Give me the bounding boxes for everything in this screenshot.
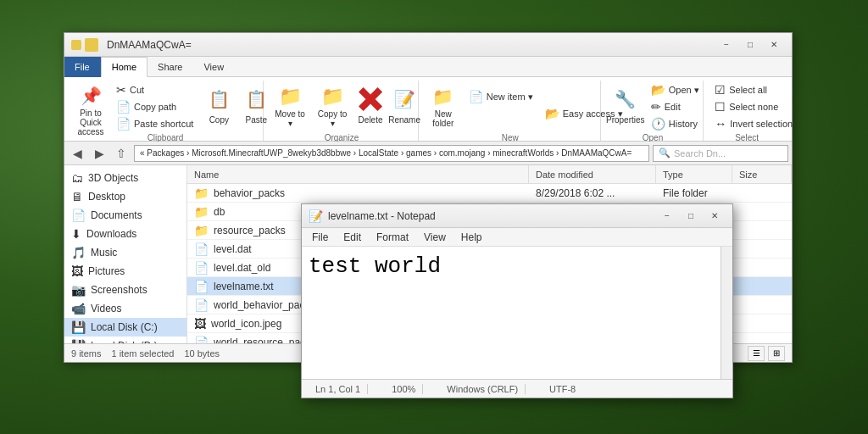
sidebar-item-documents[interactable]: 📄 Documents <box>64 206 186 225</box>
file-dat-old-icon: 📄 <box>194 261 209 275</box>
invert-selection-button[interactable]: ↔ Invert selection <box>710 116 797 131</box>
minimize-button[interactable]: − <box>715 37 737 53</box>
forward-button[interactable]: ▶ <box>90 144 108 163</box>
address-path[interactable]: « Packages › Microsoft.MinecraftUWP_8wek… <box>134 145 649 162</box>
sidebar-item-music[interactable]: 🎵 Music <box>64 243 186 262</box>
grid-view-button[interactable]: ⊞ <box>768 346 785 361</box>
notepad-window: 📝 levelname.txt - Notepad − □ ✕ File Edi… <box>301 203 733 398</box>
documents-icon: 📄 <box>71 209 86 222</box>
tab-home[interactable]: Home <box>101 57 147 77</box>
selected-size: 10 bytes <box>184 348 220 359</box>
copy-path-button[interactable]: 📄 Copy path <box>112 99 198 114</box>
notepad-menu-edit[interactable]: Edit <box>337 230 368 245</box>
sidebar-item-desktop[interactable]: 🖥 Desktop <box>64 187 186 206</box>
file-name: 📁 behavior_packs <box>187 186 529 200</box>
select-all-button[interactable]: ☑ Select all <box>710 82 771 97</box>
edit-button[interactable]: ✏ Edit <box>647 99 704 114</box>
tab-view[interactable]: View <box>193 57 235 77</box>
sidebar-item-3d-objects[interactable]: 🗂 3D Objects <box>64 169 186 187</box>
notepad-status: Ln 1, Col 1 100% Windows (CRLF) UTF-8 <box>302 379 732 398</box>
notepad-scrollbar[interactable] <box>721 247 732 379</box>
cut-button[interactable]: ✂ Cut <box>112 82 198 97</box>
table-row[interactable]: 📁 behavior_packs 8/29/2018 6:02 ... File… <box>187 184 792 203</box>
sidebar-item-videos[interactable]: 📹 Videos <box>64 299 186 318</box>
search-box[interactable]: 🔍 Search Dn... <box>653 145 788 162</box>
downloads-icon: ⬇ <box>71 227 81 241</box>
copy-to-button[interactable]: 📁 Copy to ▾ <box>313 82 352 131</box>
ribbon-content: 📌 Pin to Quickaccess ✂ Cut 📄 Copy path 📄… <box>64 77 792 142</box>
sidebar-item-local-disk-c[interactable]: 💾 Local Disk (C:) <box>64 318 186 337</box>
notepad-controls: − □ ✕ <box>656 209 726 224</box>
new-item-button[interactable]: 📄 New item ▾ <box>465 89 537 104</box>
notepad-menu-help[interactable]: Help <box>454 230 489 245</box>
file-dat-icon: 📄 <box>194 242 209 256</box>
file-date: 8/29/2018 6:02 ... <box>529 187 656 199</box>
delete-button[interactable]: Delete <box>355 82 386 131</box>
sidebar-item-downloads[interactable]: ⬇ Downloads <box>64 225 186 243</box>
sidebar-item-pictures[interactable]: 🖼 Pictures <box>64 262 186 281</box>
invert-icon: ↔ <box>715 117 726 131</box>
pin-icon: 📌 <box>77 86 104 106</box>
music-icon: 🎵 <box>71 246 86 259</box>
open-button[interactable]: 📂 Open ▾ <box>647 82 704 97</box>
col-size-header[interactable]: Size <box>732 165 792 183</box>
file-type: File folder <box>656 187 732 199</box>
file-jpeg-icon: 🖼 <box>194 317 206 331</box>
back-button[interactable]: ◀ <box>68 144 86 163</box>
notepad-titlebar: 📝 levelname.txt - Notepad − □ ✕ <box>302 204 732 228</box>
item-count: 9 items <box>71 348 101 359</box>
pictures-icon: 🖼 <box>71 264 83 278</box>
maximize-button[interactable]: □ <box>739 37 761 53</box>
notepad-menu-file[interactable]: File <box>305 230 335 245</box>
sidebar-item-screenshots[interactable]: 📷 Screenshots <box>64 281 186 299</box>
titlebar-icons <box>71 38 98 52</box>
rename-icon: 📝 <box>391 86 418 113</box>
col-date-header[interactable]: Date modified <box>529 165 656 183</box>
col-type-header[interactable]: Type <box>656 165 732 183</box>
line-endings: Windows (CRLF) <box>440 384 526 394</box>
notepad-content[interactable]: test world <box>302 247 732 379</box>
file-json-icon: 📄 <box>194 298 209 312</box>
cut-icon: ✂ <box>116 83 126 97</box>
tab-file[interactable]: File <box>64 57 101 77</box>
address-bar: ◀ ▶ ⇧ « Packages › Microsoft.MinecraftUW… <box>64 142 792 165</box>
paste-shortcut-icon: 📄 <box>116 117 131 131</box>
notepad-text: test world <box>309 253 726 279</box>
notepad-menu-view[interactable]: View <box>417 230 453 245</box>
notepad-maximize-button[interactable]: □ <box>680 209 702 224</box>
new-folder-button[interactable]: 📁 Newfolder <box>426 82 461 131</box>
properties-button[interactable]: 🔧 Properties <box>608 82 643 131</box>
pin-quick-access-button[interactable]: 📌 Pin to Quickaccess <box>73 82 108 131</box>
easy-access-icon: 📂 <box>545 107 559 120</box>
select-none-button[interactable]: ☐ Select none <box>710 99 782 114</box>
move-to-button[interactable]: 📁 Move to ▾ <box>270 82 309 131</box>
close-button[interactable]: ✕ <box>763 37 785 53</box>
copy-button[interactable]: 📋 Copy <box>201 82 236 131</box>
history-button[interactable]: 🕐 History <box>647 116 704 131</box>
notepad-menu-format[interactable]: Format <box>370 230 415 245</box>
file-txt-icon: 📄 <box>194 280 209 293</box>
3d-objects-icon: 🗂 <box>71 171 83 185</box>
notepad-close-button[interactable]: ✕ <box>704 209 726 224</box>
edit-icon: ✏ <box>651 100 661 114</box>
tab-share[interactable]: Share <box>147 57 193 77</box>
select-group: ☑ Select all ☐ Select none ↔ Invert sele… <box>705 81 788 141</box>
folder-icon <box>85 38 98 52</box>
select-none-icon: ☐ <box>715 100 726 114</box>
col-name-header[interactable]: Name <box>187 165 529 183</box>
up-button[interactable]: ⇧ <box>112 144 131 163</box>
folder-icon: 📁 <box>194 186 209 200</box>
window-controls: − □ ✕ <box>715 37 785 53</box>
file-json2-icon: 📄 <box>194 336 209 344</box>
new-group: 📁 Newfolder 📄 New item ▾ 📂 Easy access ▾… <box>420 81 601 141</box>
sidebar-item-local-disk-d[interactable]: 💾 Local Disk (D:) <box>64 337 186 343</box>
paste-shortcut-button[interactable]: 📄 Paste shortcut <box>112 116 198 131</box>
list-view-button[interactable]: ☰ <box>748 346 765 361</box>
zoom-level: 100% <box>385 384 423 394</box>
notepad-minimize-button[interactable]: − <box>656 209 678 224</box>
folder-icon: 📁 <box>194 205 209 219</box>
explorer-title: DnMAAMaQCwA= <box>103 39 710 51</box>
rename-button[interactable]: 📝 Rename <box>389 82 420 131</box>
notepad-icon: 📝 <box>309 209 323 223</box>
ribbon-tabs: File Home Share View <box>64 57 792 77</box>
